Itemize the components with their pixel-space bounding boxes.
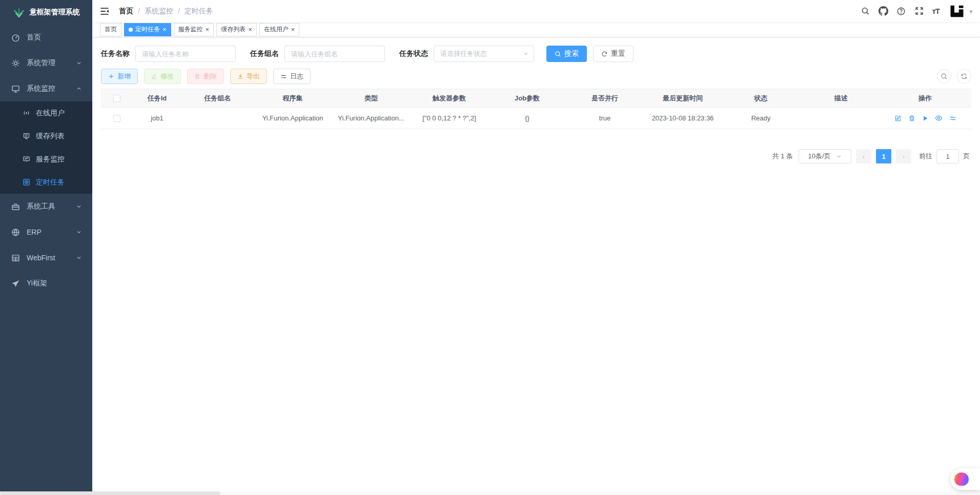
task-group-input[interactable] — [284, 46, 385, 62]
sidebar-item-webfirst[interactable]: WebFirst — [0, 245, 92, 271]
goto-label: 前往 — [919, 152, 932, 161]
goto-page-input[interactable] — [936, 149, 959, 163]
leaf-logo-icon — [13, 7, 25, 17]
plus-icon — [108, 73, 114, 79]
cell-job-params: {} — [488, 114, 566, 122]
brain-icon — [954, 472, 969, 486]
close-icon[interactable]: × — [206, 26, 210, 33]
fullscreen-icon[interactable] — [914, 6, 924, 16]
page-1-button[interactable]: 1 — [876, 149, 891, 163]
col-trigger-params: 触发器参数 — [410, 94, 488, 103]
sidebar-item-label: WebFirst — [27, 254, 76, 262]
next-page-button[interactable]: › — [896, 149, 911, 163]
sidebar-item-system-monitor[interactable]: 系统监控 — [0, 76, 92, 101]
page-size-select[interactable]: 10条/页 — [799, 149, 851, 163]
close-icon[interactable]: × — [162, 26, 167, 33]
sidebar-item-scheduled-tasks[interactable]: 定时任务 — [0, 171, 92, 194]
service-monitor-icon — [23, 155, 30, 163]
show-search-toggle-icon[interactable] — [937, 69, 951, 84]
task-status-label: 任务状态 — [399, 49, 428, 58]
sidebar-item-erp[interactable]: ERP — [0, 219, 92, 245]
refresh-table-icon[interactable] — [957, 69, 971, 84]
tag-service-monitor[interactable]: 服务监控 × — [174, 23, 214, 36]
gear-icon — [11, 59, 20, 68]
sidebar-fold-icon[interactable] — [99, 6, 111, 17]
briefcase-icon — [11, 202, 20, 211]
tag-online-users[interactable]: 在线用户 × — [259, 23, 300, 36]
font-size-icon[interactable]: тT — [932, 7, 940, 15]
task-name-input[interactable] — [135, 46, 236, 62]
table-toolbar: 新增 修改 删除 导出 — [101, 69, 971, 84]
log-button[interactable]: 日志 — [273, 69, 311, 84]
cell-updated-at: 2023-10-08 18:23:36 — [644, 114, 722, 122]
assistant-widget[interactable] — [950, 468, 980, 490]
tag-cache-list[interactable]: 缓存列表 × — [216, 23, 257, 36]
reset-button[interactable]: 重置 — [593, 46, 634, 62]
close-icon[interactable]: × — [248, 26, 252, 33]
sidebar-item-label: 定时任务 — [36, 178, 82, 187]
avatar[interactable] — [949, 3, 965, 19]
export-button[interactable]: 导出 — [230, 69, 267, 84]
help-icon[interactable] — [896, 6, 906, 16]
app-root: 意框架管理系统 首页 系统管理 — [0, 0, 980, 495]
row-checkbox[interactable] — [113, 115, 120, 122]
breadcrumb-home[interactable]: 首页 — [119, 7, 133, 16]
sidebar-item-online-users[interactable]: 在线用户 — [0, 101, 92, 125]
edit-button[interactable]: 修改 — [144, 69, 181, 84]
sidebar-item-label: 在线用户 — [36, 109, 82, 118]
tag-scheduled-tasks[interactable]: 定时任务 × — [124, 23, 171, 36]
breadcrumb-separator: / — [178, 7, 180, 15]
sidebar-item-cache-list[interactable]: 缓存列表 — [0, 125, 92, 148]
chevron-down-icon — [76, 229, 82, 235]
horizontal-scrollbar[interactable] — [0, 491, 980, 495]
search-button[interactable]: 搜索 — [546, 46, 587, 62]
scrollbar-thumb[interactable] — [0, 491, 220, 495]
task-name-label: 任务名称 — [101, 49, 130, 58]
breadcrumb-page: 定时任务 — [185, 7, 213, 16]
sidebar-item-system-management[interactable]: 系统管理 — [0, 50, 92, 76]
cell-task-id: job1 — [132, 114, 182, 122]
pagination-goto: 前往 页 — [919, 149, 970, 163]
tasks-table: 任务Id 任务组名 程序集 类型 触发器参数 Job参数 是否并行 最后更新时间… — [101, 89, 971, 129]
sidebar-submenu-monitor: 在线用户 缓存列表 服务监控 — [0, 101, 92, 194]
select-all-checkbox[interactable] — [113, 95, 120, 102]
tag-home[interactable]: 首页 — [100, 23, 121, 36]
user-menu-caret-icon[interactable]: ▾ — [970, 9, 972, 19]
github-icon[interactable] — [878, 6, 888, 16]
select-all-cell — [101, 95, 132, 102]
scheduled-tasks-icon — [23, 178, 30, 186]
row-view-icon[interactable] — [935, 114, 943, 122]
sidebar-item-yi-framework[interactable]: Yi框架 — [0, 271, 92, 296]
row-run-icon[interactable] — [922, 115, 928, 121]
log-button-label: 日志 — [290, 72, 303, 81]
task-status-select[interactable]: 请选择任务状态 — [434, 46, 534, 62]
col-actions: 操作 — [882, 94, 969, 103]
delete-button[interactable]: 删除 — [187, 69, 224, 84]
col-description: 描述 — [800, 94, 882, 103]
close-icon[interactable]: × — [291, 26, 295, 33]
pagination: 共 1 条 10条/页 ‹ 1 › 前往 页 — [101, 149, 971, 163]
row-log-icon[interactable] — [949, 115, 956, 122]
delete-button-label: 删除 — [203, 72, 217, 81]
table-header-row: 任务Id 任务组名 程序集 类型 触发器参数 Job参数 是否并行 最后更新时间… — [101, 89, 971, 108]
sidebar-item-service-monitor[interactable]: 服务监控 — [0, 148, 92, 171]
prev-page-button[interactable]: ‹ — [856, 149, 871, 163]
goto-unit-label: 页 — [963, 152, 970, 161]
add-button[interactable]: 新增 — [101, 69, 138, 84]
sidebar: 意框架管理系统 首页 系统管理 — [0, 0, 92, 495]
trash-icon — [194, 73, 200, 79]
col-task-group: 任务组名 — [182, 94, 253, 103]
main-area: 首页 / 系统监控 / 定时任务 — [92, 0, 980, 495]
sidebar-item-system-tools[interactable]: 系统工具 — [0, 194, 92, 219]
sidebar-item-home[interactable]: 首页 — [0, 25, 92, 50]
col-type: 类型 — [332, 94, 410, 103]
row-edit-icon[interactable] — [894, 115, 902, 122]
tag-label: 在线用户 — [264, 25, 289, 34]
chevron-down-icon — [836, 153, 842, 159]
row-delete-icon[interactable] — [908, 115, 915, 122]
col-assembly: 程序集 — [253, 94, 332, 103]
col-updated-at: 最后更新时间 — [644, 94, 722, 103]
cell-trigger-params: ["0 0 0,12 ? * ?",2] — [410, 114, 488, 122]
chevron-down-icon — [76, 203, 82, 210]
search-icon[interactable] — [860, 6, 870, 16]
